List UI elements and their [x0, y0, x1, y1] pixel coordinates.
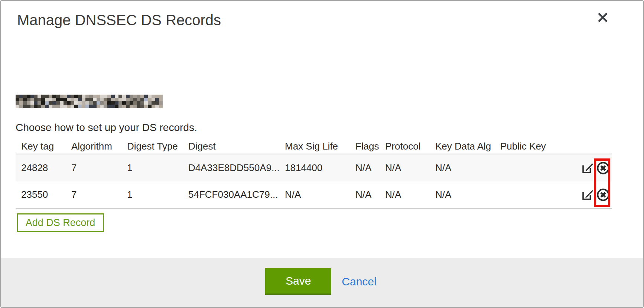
mosaic-pixel — [38, 105, 41, 108]
mosaic-pixel — [23, 105, 27, 108]
mosaic-pixel — [104, 101, 107, 105]
mosaic-pixel — [140, 98, 144, 101]
mosaic-pixel — [27, 105, 30, 108]
cell-max-sig-life: N/A — [279, 189, 350, 200]
edit-pencil-icon[interactable] — [581, 161, 594, 175]
mosaic-pixel — [85, 95, 89, 98]
mosaic-pixel — [27, 101, 30, 105]
mosaic-pixel — [85, 105, 89, 108]
mosaic-pixel — [67, 105, 71, 108]
mosaic-pixel — [67, 95, 71, 98]
mosaic-pixel — [100, 95, 104, 98]
dialog-footer: Save Cancel — [1, 258, 643, 307]
mosaic-pixel — [107, 98, 111, 101]
cell-key-tag: 24828 — [16, 162, 66, 174]
mosaic-pixel — [60, 95, 64, 98]
cell-algorithm: 7 — [66, 189, 121, 200]
cell-digest: 54FCF030AA1C79... — [183, 189, 279, 200]
cell-protocol: N/A — [380, 189, 430, 200]
mosaic-pixel — [56, 95, 60, 98]
cell-protocol: N/A — [380, 162, 430, 174]
mosaic-pixel — [78, 101, 82, 105]
delete-x-circle-icon[interactable] — [596, 161, 610, 175]
mosaic-pixel — [19, 98, 23, 101]
mosaic-pixel — [74, 95, 78, 98]
mosaic-pixel — [107, 95, 111, 98]
mosaic-pixel — [78, 95, 82, 98]
mosaic-pixel — [30, 95, 34, 98]
mosaic-pixel — [64, 98, 67, 101]
mosaic-pixel — [148, 95, 152, 98]
mosaic-pixel — [89, 105, 93, 108]
mosaic-pixel — [49, 95, 52, 98]
dialog-title: Manage DNSSEC DS Records — [17, 12, 221, 29]
mosaic-pixel — [41, 98, 45, 101]
mosaic-pixel — [38, 95, 41, 98]
mosaic-pixel — [23, 95, 27, 98]
cell-key-tag: 23550 — [16, 189, 66, 200]
mosaic-pixel — [155, 95, 159, 98]
table-row: 24828 7 1 D4A33E8DD550A9... 1814400 N/A … — [16, 154, 612, 181]
mosaic-pixel — [41, 105, 45, 108]
mosaic-pixel — [67, 98, 71, 101]
mosaic-pixel — [52, 105, 56, 108]
cell-digest-type: 1 — [121, 162, 183, 174]
delete-x-circle-icon[interactable] — [596, 188, 610, 202]
column-header-digest-type: Digest Type — [121, 141, 183, 152]
mosaic-pixel — [85, 101, 89, 105]
mosaic-pixel — [56, 98, 60, 101]
mosaic-pixel — [133, 95, 137, 98]
mosaic-pixel — [52, 98, 56, 101]
add-ds-record-button[interactable]: Add DS Record — [17, 213, 104, 232]
column-header-flags: Flags — [350, 141, 380, 152]
mosaic-pixel — [130, 105, 133, 108]
mosaic-pixel — [97, 101, 100, 105]
edit-pencil-icon[interactable] — [581, 188, 594, 201]
mosaic-pixel — [130, 95, 133, 98]
ds-records-table: Key tag Algorithm Digest Type Digest Max… — [16, 139, 612, 209]
mosaic-pixel — [126, 101, 130, 105]
mosaic-pixel — [93, 98, 97, 101]
mosaic-pixel — [16, 95, 19, 98]
cancel-link[interactable]: Cancel — [339, 268, 378, 295]
close-icon[interactable] — [596, 11, 609, 24]
cell-max-sig-life: 1814400 — [279, 162, 350, 174]
mosaic-pixel — [100, 101, 104, 105]
mosaic-pixel — [148, 105, 152, 108]
mosaic-pixel — [152, 95, 155, 98]
mosaic-pixel — [140, 101, 144, 105]
mosaic-pixel — [122, 95, 126, 98]
cell-key-data-alg: N/A — [430, 189, 495, 200]
mosaic-pixel — [155, 98, 159, 101]
column-header-public-key: Public Key — [495, 141, 573, 152]
mosaic-pixel — [89, 101, 93, 105]
mosaic-pixel — [67, 101, 71, 105]
mosaic-pixel — [130, 98, 133, 101]
mosaic-pixel — [118, 98, 122, 101]
mosaic-pixel — [49, 105, 52, 108]
mosaic-pixel — [56, 101, 60, 105]
redacted-domain-name — [16, 95, 163, 108]
mosaic-pixel — [56, 105, 60, 108]
mosaic-pixel — [41, 95, 45, 98]
column-header-max-sig-life: Max Sig Life — [279, 141, 350, 152]
mosaic-pixel — [144, 101, 148, 105]
instruction-text: Choose how to set up your DS records. — [16, 122, 197, 134]
mosaic-pixel — [64, 95, 67, 98]
table-header-row: Key tag Algorithm Digest Type Digest Max… — [16, 139, 612, 154]
save-button[interactable]: Save — [265, 268, 331, 295]
mosaic-pixel — [45, 101, 49, 105]
mosaic-pixel — [133, 105, 137, 108]
mosaic-pixel — [100, 105, 104, 108]
row-actions — [573, 188, 612, 202]
mosaic-pixel — [82, 98, 85, 101]
mosaic-pixel — [152, 105, 155, 108]
mosaic-pixel — [104, 105, 107, 108]
mosaic-pixel — [16, 98, 19, 101]
mosaic-pixel — [30, 105, 34, 108]
mosaic-pixel — [140, 105, 144, 108]
mosaic-pixel — [118, 95, 122, 98]
mosaic-pixel — [23, 101, 27, 105]
mosaic-pixel — [107, 101, 111, 105]
mosaic-pixel — [49, 101, 52, 105]
